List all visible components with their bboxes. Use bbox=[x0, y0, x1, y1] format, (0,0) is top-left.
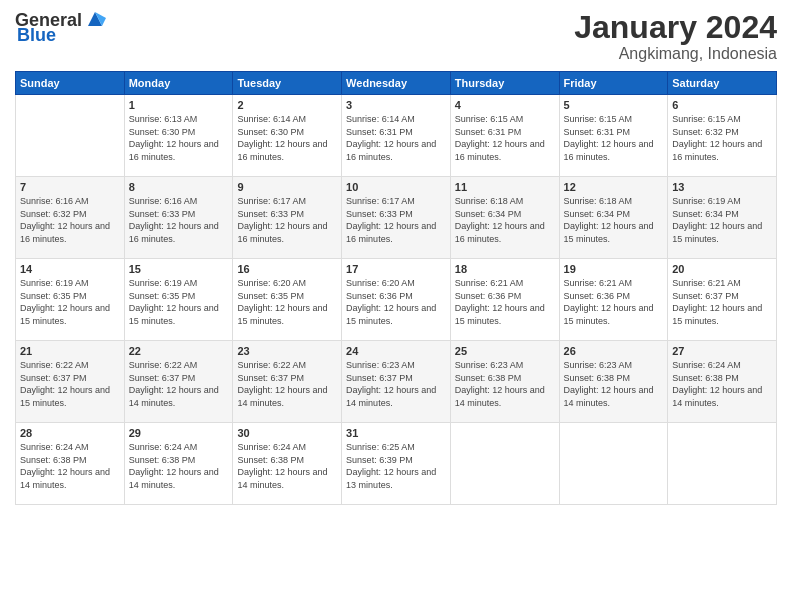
day-info: Sunrise: 6:21 AM Sunset: 6:37 PM Dayligh… bbox=[672, 277, 772, 327]
week-row-2: 7Sunrise: 6:16 AM Sunset: 6:32 PM Daylig… bbox=[16, 177, 777, 259]
day-number: 13 bbox=[672, 181, 772, 193]
calendar-cell: 12Sunrise: 6:18 AM Sunset: 6:34 PM Dayli… bbox=[559, 177, 668, 259]
day-number: 23 bbox=[237, 345, 337, 357]
day-info: Sunrise: 6:25 AM Sunset: 6:39 PM Dayligh… bbox=[346, 441, 446, 491]
day-number: 26 bbox=[564, 345, 664, 357]
header-cell-tuesday: Tuesday bbox=[233, 72, 342, 95]
day-number: 21 bbox=[20, 345, 120, 357]
week-row-1: 1Sunrise: 6:13 AM Sunset: 6:30 PM Daylig… bbox=[16, 95, 777, 177]
header-cell-sunday: Sunday bbox=[16, 72, 125, 95]
header-cell-thursday: Thursday bbox=[450, 72, 559, 95]
calendar-header: SundayMondayTuesdayWednesdayThursdayFrid… bbox=[16, 72, 777, 95]
day-info: Sunrise: 6:16 AM Sunset: 6:33 PM Dayligh… bbox=[129, 195, 229, 245]
day-number: 31 bbox=[346, 427, 446, 439]
day-number: 6 bbox=[672, 99, 772, 111]
day-number: 20 bbox=[672, 263, 772, 275]
calendar-cell: 16Sunrise: 6:20 AM Sunset: 6:35 PM Dayli… bbox=[233, 259, 342, 341]
day-number: 8 bbox=[129, 181, 229, 193]
day-info: Sunrise: 6:17 AM Sunset: 6:33 PM Dayligh… bbox=[346, 195, 446, 245]
day-number: 5 bbox=[564, 99, 664, 111]
day-number: 18 bbox=[455, 263, 555, 275]
day-number: 3 bbox=[346, 99, 446, 111]
day-number: 12 bbox=[564, 181, 664, 193]
day-info: Sunrise: 6:15 AM Sunset: 6:32 PM Dayligh… bbox=[672, 113, 772, 163]
day-info: Sunrise: 6:21 AM Sunset: 6:36 PM Dayligh… bbox=[455, 277, 555, 327]
day-info: Sunrise: 6:13 AM Sunset: 6:30 PM Dayligh… bbox=[129, 113, 229, 163]
day-info: Sunrise: 6:18 AM Sunset: 6:34 PM Dayligh… bbox=[564, 195, 664, 245]
day-info: Sunrise: 6:15 AM Sunset: 6:31 PM Dayligh… bbox=[564, 113, 664, 163]
calendar-table: SundayMondayTuesdayWednesdayThursdayFrid… bbox=[15, 71, 777, 505]
day-number: 25 bbox=[455, 345, 555, 357]
calendar-cell bbox=[16, 95, 125, 177]
day-number: 16 bbox=[237, 263, 337, 275]
day-info: Sunrise: 6:23 AM Sunset: 6:38 PM Dayligh… bbox=[455, 359, 555, 409]
day-info: Sunrise: 6:24 AM Sunset: 6:38 PM Dayligh… bbox=[129, 441, 229, 491]
calendar-cell: 13Sunrise: 6:19 AM Sunset: 6:34 PM Dayli… bbox=[668, 177, 777, 259]
calendar-cell: 8Sunrise: 6:16 AM Sunset: 6:33 PM Daylig… bbox=[124, 177, 233, 259]
day-number: 11 bbox=[455, 181, 555, 193]
day-number: 30 bbox=[237, 427, 337, 439]
calendar-cell: 3Sunrise: 6:14 AM Sunset: 6:31 PM Daylig… bbox=[342, 95, 451, 177]
day-number: 9 bbox=[237, 181, 337, 193]
calendar-cell bbox=[668, 423, 777, 505]
title-block: January 2024 Angkimang, Indonesia bbox=[574, 10, 777, 63]
calendar-cell: 11Sunrise: 6:18 AM Sunset: 6:34 PM Dayli… bbox=[450, 177, 559, 259]
main-container: General Blue January 2024 Angkimang, Ind… bbox=[0, 0, 792, 515]
day-number: 27 bbox=[672, 345, 772, 357]
day-number: 14 bbox=[20, 263, 120, 275]
day-info: Sunrise: 6:20 AM Sunset: 6:35 PM Dayligh… bbox=[237, 277, 337, 327]
calendar-cell: 1Sunrise: 6:13 AM Sunset: 6:30 PM Daylig… bbox=[124, 95, 233, 177]
calendar-cell bbox=[450, 423, 559, 505]
day-info: Sunrise: 6:19 AM Sunset: 6:35 PM Dayligh… bbox=[129, 277, 229, 327]
calendar-cell: 15Sunrise: 6:19 AM Sunset: 6:35 PM Dayli… bbox=[124, 259, 233, 341]
day-number: 1 bbox=[129, 99, 229, 111]
calendar-cell: 26Sunrise: 6:23 AM Sunset: 6:38 PM Dayli… bbox=[559, 341, 668, 423]
day-info: Sunrise: 6:19 AM Sunset: 6:35 PM Dayligh… bbox=[20, 277, 120, 327]
calendar-cell: 27Sunrise: 6:24 AM Sunset: 6:38 PM Dayli… bbox=[668, 341, 777, 423]
calendar-cell: 19Sunrise: 6:21 AM Sunset: 6:36 PM Dayli… bbox=[559, 259, 668, 341]
calendar-cell: 5Sunrise: 6:15 AM Sunset: 6:31 PM Daylig… bbox=[559, 95, 668, 177]
day-number: 19 bbox=[564, 263, 664, 275]
header-cell-wednesday: Wednesday bbox=[342, 72, 451, 95]
calendar-cell: 20Sunrise: 6:21 AM Sunset: 6:37 PM Dayli… bbox=[668, 259, 777, 341]
calendar-cell: 18Sunrise: 6:21 AM Sunset: 6:36 PM Dayli… bbox=[450, 259, 559, 341]
day-info: Sunrise: 6:14 AM Sunset: 6:30 PM Dayligh… bbox=[237, 113, 337, 163]
day-number: 22 bbox=[129, 345, 229, 357]
day-info: Sunrise: 6:22 AM Sunset: 6:37 PM Dayligh… bbox=[237, 359, 337, 409]
day-info: Sunrise: 6:20 AM Sunset: 6:36 PM Dayligh… bbox=[346, 277, 446, 327]
calendar-cell: 2Sunrise: 6:14 AM Sunset: 6:30 PM Daylig… bbox=[233, 95, 342, 177]
day-info: Sunrise: 6:14 AM Sunset: 6:31 PM Dayligh… bbox=[346, 113, 446, 163]
header: General Blue January 2024 Angkimang, Ind… bbox=[15, 10, 777, 63]
month-year-title: January 2024 bbox=[574, 10, 777, 45]
week-row-4: 21Sunrise: 6:22 AM Sunset: 6:37 PM Dayli… bbox=[16, 341, 777, 423]
day-info: Sunrise: 6:19 AM Sunset: 6:34 PM Dayligh… bbox=[672, 195, 772, 245]
calendar-cell: 14Sunrise: 6:19 AM Sunset: 6:35 PM Dayli… bbox=[16, 259, 125, 341]
calendar-cell bbox=[559, 423, 668, 505]
week-row-5: 28Sunrise: 6:24 AM Sunset: 6:38 PM Dayli… bbox=[16, 423, 777, 505]
day-info: Sunrise: 6:24 AM Sunset: 6:38 PM Dayligh… bbox=[672, 359, 772, 409]
logo-blue-text: Blue bbox=[17, 25, 56, 46]
day-number: 15 bbox=[129, 263, 229, 275]
calendar-cell: 10Sunrise: 6:17 AM Sunset: 6:33 PM Dayli… bbox=[342, 177, 451, 259]
day-number: 29 bbox=[129, 427, 229, 439]
day-number: 24 bbox=[346, 345, 446, 357]
day-number: 4 bbox=[455, 99, 555, 111]
day-number: 2 bbox=[237, 99, 337, 111]
day-number: 10 bbox=[346, 181, 446, 193]
day-number: 7 bbox=[20, 181, 120, 193]
day-info: Sunrise: 6:24 AM Sunset: 6:38 PM Dayligh… bbox=[237, 441, 337, 491]
calendar-cell: 31Sunrise: 6:25 AM Sunset: 6:39 PM Dayli… bbox=[342, 423, 451, 505]
day-info: Sunrise: 6:21 AM Sunset: 6:36 PM Dayligh… bbox=[564, 277, 664, 327]
day-info: Sunrise: 6:15 AM Sunset: 6:31 PM Dayligh… bbox=[455, 113, 555, 163]
header-cell-saturday: Saturday bbox=[668, 72, 777, 95]
location-subtitle: Angkimang, Indonesia bbox=[574, 45, 777, 63]
calendar-cell: 25Sunrise: 6:23 AM Sunset: 6:38 PM Dayli… bbox=[450, 341, 559, 423]
calendar-cell: 22Sunrise: 6:22 AM Sunset: 6:37 PM Dayli… bbox=[124, 341, 233, 423]
day-info: Sunrise: 6:22 AM Sunset: 6:37 PM Dayligh… bbox=[129, 359, 229, 409]
day-number: 17 bbox=[346, 263, 446, 275]
logo-icon bbox=[84, 8, 106, 30]
day-info: Sunrise: 6:17 AM Sunset: 6:33 PM Dayligh… bbox=[237, 195, 337, 245]
calendar-cell: 28Sunrise: 6:24 AM Sunset: 6:38 PM Dayli… bbox=[16, 423, 125, 505]
day-info: Sunrise: 6:16 AM Sunset: 6:32 PM Dayligh… bbox=[20, 195, 120, 245]
header-row: SundayMondayTuesdayWednesdayThursdayFrid… bbox=[16, 72, 777, 95]
